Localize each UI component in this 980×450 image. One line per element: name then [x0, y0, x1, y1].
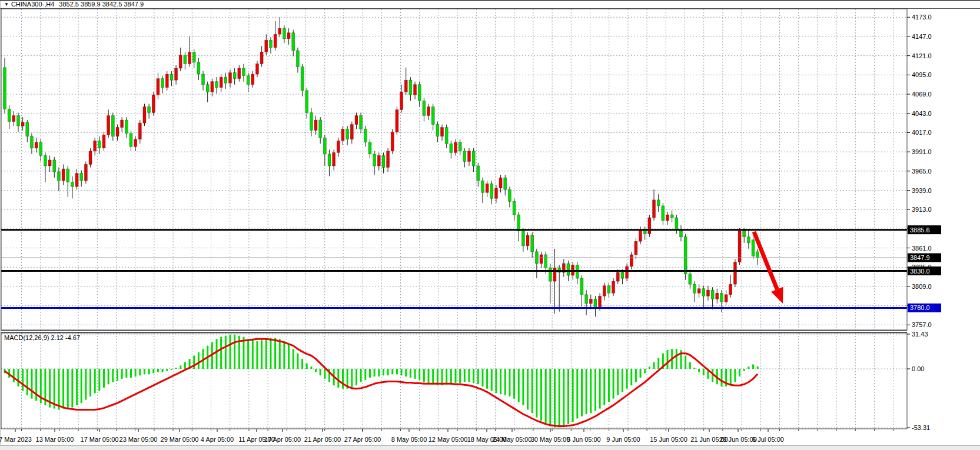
candle: [129, 134, 132, 147]
date-tick-label: 21 Apr 05:00: [304, 436, 341, 443]
candle: [481, 181, 484, 192]
candle: [310, 112, 313, 130]
candle: [467, 151, 470, 162]
candle: [540, 255, 543, 264]
candle: [247, 76, 250, 85]
candle: [387, 151, 390, 168]
candle: [653, 200, 656, 218]
price-badge: 3830.0: [908, 266, 941, 275]
candle: [612, 281, 615, 293]
date-tick-label: 13 Mar 05:00: [36, 436, 74, 443]
candle: [233, 73, 236, 79]
candle: [39, 142, 42, 156]
candle: [459, 142, 461, 151]
candle: [526, 235, 529, 246]
macd-name: MACD(12,26,9): [4, 334, 49, 341]
candle: [75, 174, 78, 187]
candle: [585, 295, 588, 304]
candle: [188, 52, 191, 64]
candle: [382, 155, 385, 167]
price-tick-label: 3861.0: [912, 245, 932, 252]
date-tick-label: 17 Mar 05:00: [81, 436, 119, 443]
candle: [355, 116, 358, 125]
date-tick-label: 24 May 05:00: [493, 436, 532, 443]
candle: [341, 129, 344, 141]
candle: [138, 123, 141, 139]
candle: [377, 155, 380, 166]
trend-arrow[interactable]: [754, 232, 783, 304]
candle: [30, 136, 33, 148]
candle: [238, 68, 241, 79]
date-tick-label: 29 Jun 05:00: [719, 436, 757, 443]
macd-pane-border: [1, 333, 907, 429]
candle: [269, 40, 272, 48]
svg-text:3780.0: 3780.0: [910, 304, 930, 311]
candle: [463, 151, 466, 162]
candle: [197, 62, 200, 74]
candle: [121, 120, 124, 128]
price-tick-label: 3939.0: [912, 187, 932, 194]
candle: [603, 286, 606, 296]
time-axis[interactable]: 7 Mar 202313 Mar 05:0017 Mar 05:0023 Mar…: [0, 429, 784, 443]
level-lines[interactable]: [1, 230, 907, 308]
price-tick-label: 4147.0: [912, 33, 932, 40]
candle: [265, 40, 268, 52]
candle: [62, 169, 65, 181]
candle: [454, 142, 457, 153]
main-pane-border: [1, 9, 907, 330]
candle: [305, 91, 308, 113]
candle: [170, 74, 173, 80]
candle: [720, 293, 723, 302]
close-value: 3847.9: [124, 1, 144, 8]
symbol-name: CHINA300-: [11, 1, 44, 8]
price-badge: 3885.6: [908, 225, 941, 234]
date-tick-label: 29 Mar 05:00: [161, 436, 199, 443]
chevron-down-icon[interactable]: ▼: [4, 2, 9, 7]
candle: [211, 82, 214, 92]
candle: [675, 218, 678, 229]
macd-signal-line: [5, 339, 758, 426]
candle: [706, 290, 709, 296]
candle: [657, 200, 660, 206]
price-chart-canvas[interactable]: 4173.04147.04121.04095.04069.04043.04017…: [0, 0, 980, 450]
date-tick-label: 27 Apr 05:00: [344, 436, 381, 443]
price-axis[interactable]: 4173.04147.04121.04095.04069.04043.04017…: [907, 14, 932, 431]
candle: [594, 299, 597, 308]
candle: [296, 51, 299, 67]
price-badge: 3847.9: [908, 254, 941, 262]
timeframe-label: H4: [46, 1, 54, 8]
price-tick-label: 4069.0: [912, 91, 932, 98]
candle: [251, 74, 254, 85]
macd-histogram: [5, 335, 758, 428]
candle: [53, 160, 56, 172]
candle: [111, 116, 114, 136]
candle: [423, 101, 426, 115]
candle: [711, 290, 714, 299]
candle: [260, 52, 263, 64]
candle: [202, 74, 205, 85]
candle: [580, 278, 583, 295]
candle: [255, 64, 258, 75]
candle: [220, 77, 222, 88]
candle: [450, 144, 453, 152]
candle: [16, 116, 19, 126]
date-tick-label: 30 May 05:00: [531, 436, 570, 443]
candle: [319, 120, 322, 138]
candle: [589, 299, 592, 304]
date-tick-label: 4 Apr 05:00: [201, 436, 234, 443]
candle: [418, 85, 421, 101]
candle: [152, 95, 155, 112]
candle: [508, 189, 511, 201]
candle: [206, 85, 209, 92]
candle: [229, 73, 232, 84]
candle: [490, 184, 493, 198]
date-tick-label: 17 Apr 05:00: [264, 436, 301, 443]
candle: [494, 188, 497, 199]
candle: [107, 116, 110, 135]
candle: [689, 274, 692, 285]
candle: [84, 165, 87, 181]
candle: [738, 231, 741, 262]
macd-signal-value: -4.67: [65, 334, 80, 341]
candle: [639, 229, 642, 241]
candle: [350, 125, 353, 139]
